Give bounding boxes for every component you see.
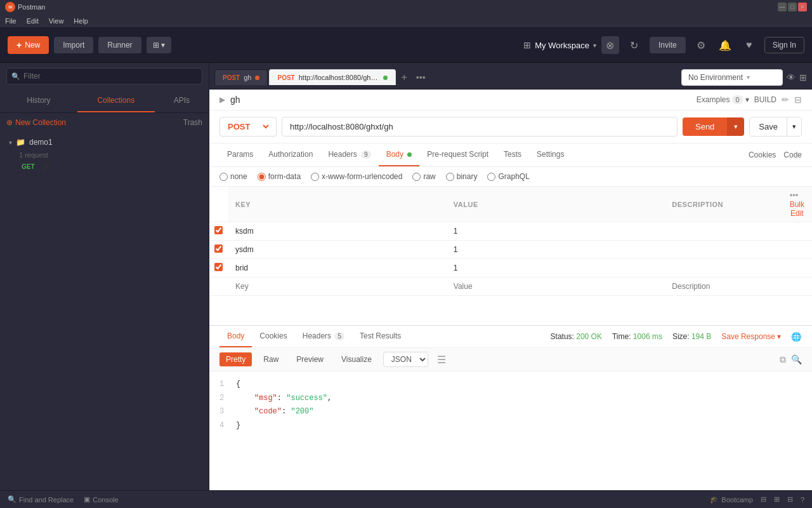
radio-graphql[interactable]	[487, 173, 495, 181]
format-select[interactable]: JSON XML HTML Text	[383, 352, 428, 367]
resp-tab-headers[interactable]: Headers 5	[295, 326, 352, 347]
body-type-graphql[interactable]: GraphQL	[487, 172, 529, 181]
row-3-checkbox[interactable]	[214, 263, 223, 271]
settings-button[interactable]: ⚙	[692, 36, 710, 54]
menu-edit[interactable]: Edit	[27, 17, 39, 25]
code-link[interactable]: Code	[783, 150, 802, 159]
edit-request-button[interactable]: ✏	[782, 95, 789, 105]
list-item[interactable]: GET gh	[6, 159, 202, 174]
body-type-urlencoded[interactable]: x-www-form-urlencoded	[311, 172, 402, 181]
new-row-desc[interactable]	[669, 280, 776, 293]
row-2-value[interactable]	[451, 243, 660, 256]
response-globe-button[interactable]: 🌐	[791, 332, 802, 342]
find-replace-item[interactable]: 🔍 Find and Replace	[8, 495, 74, 504]
method-select[interactable]: POST GET PUT DELETE PATCH	[219, 117, 277, 137]
search-response-button[interactable]: 🔍	[791, 354, 802, 365]
resp-tab-cookies[interactable]: Cookies	[252, 326, 294, 347]
row-2-desc[interactable]	[669, 243, 776, 256]
more-options-button[interactable]: •••	[790, 190, 799, 200]
sign-in-button[interactable]: Sign In	[764, 37, 804, 53]
resp-view-pretty[interactable]: Pretty	[219, 352, 252, 366]
tab-gh-post[interactable]: POST gh	[214, 69, 268, 85]
row-3-desc[interactable]	[669, 262, 776, 274]
env-settings-button[interactable]: ⊞	[799, 72, 807, 83]
more-tabs-button[interactable]: •••	[412, 70, 429, 85]
body-type-binary[interactable]: binary	[446, 172, 478, 181]
body-type-form-data[interactable]: form-data	[258, 172, 301, 181]
save-button[interactable]: Save	[750, 117, 787, 136]
refresh-button[interactable]: ↻	[625, 36, 643, 54]
bootcamp-item[interactable]: 🎓 Bootcamp	[710, 495, 753, 504]
radio-urlencoded[interactable]	[311, 173, 319, 181]
cookies-link[interactable]: Cookies	[749, 150, 776, 159]
send-dropdown-button[interactable]: ▾	[727, 117, 744, 136]
menu-file[interactable]: File	[5, 17, 16, 25]
new-row-value[interactable]	[451, 280, 660, 293]
save-response-button[interactable]: Save Response ▾	[721, 332, 781, 341]
menu-view[interactable]: View	[49, 17, 64, 25]
row-1-checkbox[interactable]	[214, 226, 223, 234]
radio-none[interactable]	[219, 173, 228, 181]
sidebar-item-collections[interactable]: Collections	[77, 90, 155, 112]
copy-response-button[interactable]: ⧉	[780, 354, 786, 365]
invite-button[interactable]: Invite	[650, 37, 686, 53]
collection-header[interactable]: ▾ 📁 demo1	[6, 135, 202, 150]
tab-pre-request-script[interactable]: Pre-request Script	[419, 144, 496, 166]
sidebar-item-history[interactable]: History	[0, 90, 77, 112]
no-sync-button[interactable]: ⊗	[601, 36, 619, 54]
multiwindow-button[interactable]: ⊞ ▾	[147, 37, 171, 53]
resp-view-raw[interactable]: Raw	[257, 352, 285, 366]
new-button[interactable]: + New	[8, 36, 49, 54]
trash-button[interactable]: Trash	[183, 118, 202, 127]
minimize-button[interactable]: —	[778, 3, 787, 11]
row-2-checkbox[interactable]	[214, 244, 223, 253]
row-3-key[interactable]	[233, 262, 441, 274]
url-input[interactable]	[282, 117, 678, 137]
row-3-value[interactable]	[451, 262, 660, 274]
row-1-value[interactable]	[451, 225, 660, 237]
tab-body[interactable]: Body	[379, 144, 420, 166]
tab-tests[interactable]: Tests	[496, 144, 529, 166]
layout-1-button[interactable]: ⊟	[761, 495, 766, 504]
tab-localhost-post[interactable]: POST http://localhost:8080/ghxt/gh	[269, 69, 396, 85]
maximize-button[interactable]: □	[788, 3, 797, 11]
tab-settings[interactable]: Settings	[529, 144, 572, 166]
radio-raw[interactable]	[412, 173, 421, 181]
new-row-key[interactable]	[233, 280, 441, 293]
menu-help[interactable]: Help	[74, 17, 88, 25]
tab-params[interactable]: Params	[219, 144, 261, 166]
save-to-collection-button[interactable]: ⊟	[794, 95, 802, 105]
close-button[interactable]: ✕	[798, 3, 807, 11]
environment-selector[interactable]: No Environment ▾	[681, 69, 783, 86]
row-1-desc[interactable]	[669, 225, 776, 237]
tab-authorization[interactable]: Authorization	[261, 144, 320, 166]
layout-3-button[interactable]: ⊟	[787, 495, 793, 504]
new-collection-button[interactable]: ⊕ New Collection	[6, 118, 66, 127]
env-eye-button[interactable]: 👁	[787, 72, 796, 83]
radio-binary[interactable]	[446, 173, 454, 181]
resp-tab-test-results[interactable]: Test Results	[352, 326, 409, 347]
sidebar-item-apis[interactable]: APIs	[155, 90, 209, 112]
layout-2-button[interactable]: ⊞	[774, 495, 780, 504]
console-item[interactable]: ▣ Console	[84, 495, 118, 504]
workspace-button[interactable]: ⊞ My Workspace ▾	[523, 40, 596, 50]
radio-form-data[interactable]	[258, 173, 266, 181]
search-input[interactable]	[6, 68, 202, 84]
bulk-edit-button[interactable]: Bulk Edit	[790, 200, 804, 218]
send-button[interactable]: Send	[683, 117, 727, 136]
notifications-button[interactable]: 🔔	[716, 36, 734, 54]
body-type-raw[interactable]: raw	[412, 172, 435, 181]
tab-headers[interactable]: Headers 9	[320, 144, 378, 166]
examples-button[interactable]: Examples 0 ▾	[697, 95, 749, 104]
resp-view-visualize[interactable]: Visualize	[335, 352, 378, 366]
runner-button[interactable]: Runner	[98, 37, 141, 53]
build-button[interactable]: BUILD	[754, 95, 776, 104]
method-dropdown[interactable]: POST GET PUT DELETE PATCH	[225, 121, 271, 132]
wrap-lines-button[interactable]: ☰	[437, 354, 446, 366]
import-button[interactable]: Import	[54, 37, 93, 53]
body-type-none[interactable]: none	[219, 172, 247, 181]
heart-button[interactable]: ♥	[740, 36, 758, 54]
resp-tab-body[interactable]: Body	[219, 326, 252, 347]
resp-view-preview[interactable]: Preview	[290, 352, 330, 366]
row-1-key[interactable]	[233, 225, 441, 237]
